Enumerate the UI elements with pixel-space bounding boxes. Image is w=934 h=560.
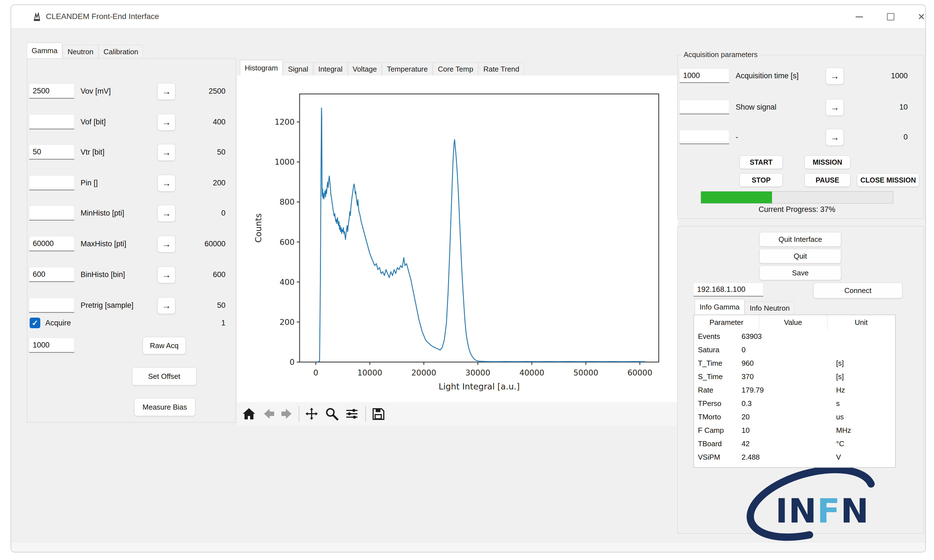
apply-arrow-button[interactable]: → [157, 236, 176, 252]
zoom-icon[interactable] [325, 407, 339, 420]
y-tick-label: 800 [280, 197, 294, 207]
table-header-value: Value [759, 315, 827, 330]
set-offset-button[interactable]: Set Offset [132, 368, 196, 385]
table-cell: 179.79 [741, 383, 764, 397]
x-axis-label: Light Integral [a.u.] [439, 382, 520, 391]
tab-gamma[interactable]: Gamma [27, 43, 62, 58]
table-row[interactable]: VSiPM2.488V [694, 451, 895, 464]
param-value: 50 [190, 298, 225, 313]
table-cell: TPerso [698, 397, 721, 410]
pan-icon[interactable] [305, 407, 318, 420]
apply-arrow-button[interactable]: → [826, 68, 844, 85]
table-cell: V [836, 451, 841, 464]
table-row[interactable]: F Camp10MHz [694, 423, 895, 437]
measure-bias-button[interactable]: Measure Bias [134, 398, 195, 416]
table-cell: [s] [836, 357, 844, 370]
table-row[interactable]: Events63903 [694, 330, 895, 343]
quit-button[interactable]: Quit [760, 249, 841, 263]
tab-rate-trend[interactable]: Rate Trend [479, 62, 524, 75]
tab-calibration[interactable]: Calibration [99, 45, 143, 58]
table-cell: MHz [836, 423, 851, 437]
param-value: 2500 [190, 84, 225, 99]
acq-label: Show signal [736, 100, 777, 114]
table-row[interactable]: Satura0 [694, 343, 895, 357]
table-row[interactable]: TBoard42°C [694, 437, 895, 451]
header-separator [759, 315, 759, 330]
acquire-value: 1 [190, 315, 225, 331]
back-icon[interactable] [262, 407, 275, 420]
table-cell: 63903 [741, 330, 762, 343]
apply-arrow-button[interactable]: → [157, 266, 176, 283]
param-value: 50 [190, 145, 225, 160]
param-input-maxhisto-pti-[interactable]: 60000 [29, 236, 74, 251]
raw-acq-button[interactable]: Raw Acq [143, 337, 186, 354]
y-axis-label: Counts [253, 213, 263, 243]
connect-button[interactable]: Connect [814, 283, 902, 298]
mission-button[interactable]: MISSION [805, 155, 850, 169]
tab-neutron[interactable]: Neutron [63, 45, 98, 58]
quit-interface-button[interactable]: Quit Interface [760, 232, 841, 246]
table-row[interactable]: TMorto20us [694, 410, 895, 423]
acquire-checkbox[interactable]: ✓ [30, 318, 40, 328]
stop-button[interactable]: STOP [740, 173, 783, 187]
table-cell: T_Time [698, 357, 722, 370]
table-cell: TBoard [698, 437, 722, 451]
minimize-button[interactable] [850, 9, 868, 25]
apply-arrow-button[interactable]: → [157, 83, 176, 100]
save-icon[interactable] [371, 407, 385, 420]
param-input-vof-bit-[interactable] [29, 114, 74, 129]
tab-temperature[interactable]: Temperature [382, 62, 432, 75]
start-button[interactable]: START [740, 155, 783, 169]
x-tick-label: 60000 [627, 368, 652, 377]
table-row[interactable]: Rate179.79Hz [694, 383, 895, 397]
tab-integral[interactable]: Integral [314, 62, 347, 75]
tab-core-temp[interactable]: Core Temp [433, 62, 478, 75]
apply-arrow-button[interactable]: → [157, 297, 176, 314]
maximize-button[interactable] [882, 9, 900, 25]
tab-signal[interactable]: Signal [283, 62, 313, 75]
home-icon[interactable] [242, 407, 256, 420]
plot-toolbar [237, 402, 678, 426]
acq-input-1[interactable] [680, 100, 729, 114]
close-button[interactable]: ✕ [912, 9, 926, 25]
x-tick-label: 20000 [412, 368, 436, 377]
x-tick-label: 30000 [465, 368, 490, 377]
tab-voltage[interactable]: Voltage [348, 62, 382, 75]
close-mission-button[interactable]: CLOSE MISSION [857, 173, 919, 187]
ip-address-input[interactable]: 192.168.1.100 [694, 283, 763, 297]
acq-input-2[interactable] [680, 130, 729, 144]
param-input-vov-mv-[interactable]: 2500 [29, 84, 74, 99]
param-input-minhisto-pti-[interactable] [29, 206, 74, 221]
apply-arrow-button[interactable]: → [826, 99, 844, 116]
apply-arrow-button[interactable]: → [826, 129, 844, 146]
tab-histogram[interactable]: Histogram [240, 60, 282, 75]
apply-arrow-button[interactable]: → [157, 175, 176, 192]
apply-arrow-button[interactable]: → [157, 114, 176, 131]
tab-info-gamma[interactable]: Info Gamma [695, 299, 744, 314]
apply-arrow-button[interactable]: → [157, 144, 176, 161]
param-input-vtr-bit-[interactable]: 50 [29, 145, 74, 160]
x-tick-label: 0 [313, 368, 318, 377]
table-row[interactable]: TPerso0.3s [694, 397, 895, 410]
table-row[interactable]: T_Time960[s] [694, 357, 895, 370]
table-cell: Hz [836, 383, 845, 397]
y-tick-label: 1200 [275, 117, 294, 127]
acq-value: 0 [873, 130, 908, 144]
window-title: CLEANDEM Front-End Interface [46, 5, 159, 28]
param-input-binhisto-bin-[interactable]: 600 [29, 267, 74, 282]
param-input-pretrig-sample-[interactable] [29, 298, 74, 313]
tab-info-neutron[interactable]: Info Neutron [745, 302, 794, 314]
table-row[interactable]: S_Time370[s] [694, 370, 895, 383]
param-label: Vtr [bit] [80, 145, 105, 160]
acq-input-0[interactable]: 1000 [680, 69, 729, 83]
y-tick-label: 0 [290, 358, 294, 367]
settings-icon[interactable] [345, 407, 359, 420]
forward-icon[interactable] [280, 407, 294, 420]
raw-count-input[interactable]: 1000 [29, 338, 74, 353]
acq-label: Acquisition time [s] [736, 69, 798, 83]
param-label: Vof [bit] [80, 114, 106, 129]
save-button[interactable]: Save [760, 266, 841, 280]
param-input-pin-[interactable] [29, 175, 74, 191]
pause-button[interactable]: PAUSE [805, 173, 850, 187]
apply-arrow-button[interactable]: → [157, 205, 176, 222]
